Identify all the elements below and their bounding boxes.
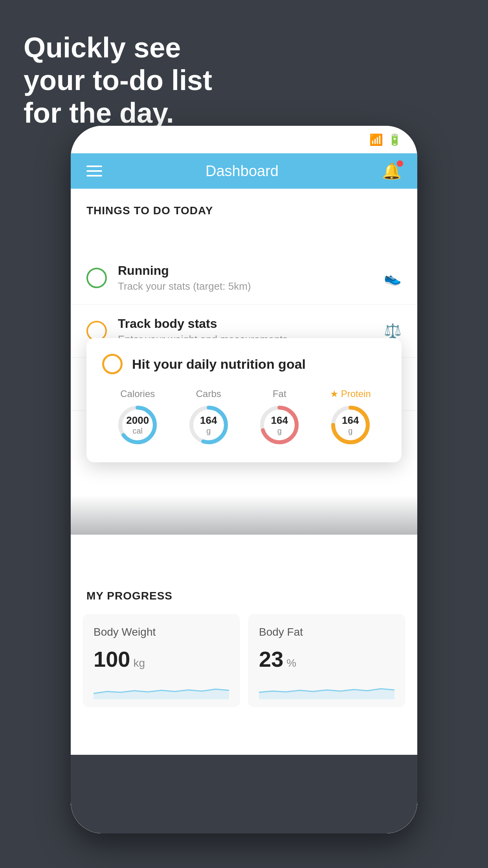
fat-label: Fat	[273, 388, 286, 399]
body-weight-unit: kg	[133, 657, 145, 669]
hero-text: Quickly see your to-do list for the day.	[24, 31, 212, 129]
protein-stat: ★ Protein 164 g	[329, 388, 372, 447]
fat-ring: 164 g	[258, 403, 301, 447]
list-item[interactable]: Running Track your stats (target: 5km) 👟	[71, 252, 417, 305]
app-header: Dashboard 🔔	[71, 153, 417, 189]
bottom-dark-area	[71, 755, 417, 833]
protein-unit: g	[342, 427, 359, 436]
status-time: 9:41	[86, 132, 112, 147]
body-weight-card[interactable]: Body Weight 100 kg	[83, 614, 240, 707]
fat-stat: Fat 164 g	[258, 388, 301, 447]
status-icons: 📶 🔋	[349, 133, 402, 146]
item-subtitle: Track your stats (target: 5km)	[118, 280, 384, 292]
body-fat-value: 23 %	[259, 646, 394, 672]
item-text: Running Track your stats (target: 5km)	[118, 263, 384, 292]
protein-label: ★ Protein	[330, 388, 371, 399]
shadow-overlay	[71, 495, 417, 535]
nutrition-checkbox[interactable]	[102, 354, 123, 374]
protein-value: 164	[342, 414, 359, 427]
body-weight-title: Body Weight	[94, 626, 229, 638]
item-title: Running	[118, 263, 384, 278]
phone-frame: 9:41 📶 🔋 Dashboard 🔔 THINGS TO DO TOD	[71, 126, 417, 833]
body-weight-number: 100	[94, 646, 130, 672]
body-fat-title: Body Fat	[259, 626, 394, 638]
fat-unit: g	[271, 427, 288, 436]
things-to-do-heading: THINGS TO DO TODAY	[71, 189, 417, 225]
wifi-icon: 📶	[369, 133, 383, 146]
calories-label: Calories	[120, 388, 155, 399]
calories-unit: cal	[126, 427, 149, 436]
notification-dot	[397, 160, 403, 167]
nutrition-card: Hit your daily nutrition goal Calories 2…	[86, 338, 402, 462]
item-checkbox[interactable]	[86, 268, 107, 288]
nutrition-card-header: Hit your daily nutrition goal	[102, 354, 386, 374]
carbs-value: 164	[200, 414, 217, 427]
body-fat-chart	[259, 680, 394, 699]
progress-section: MY PROGRESS Body Weight 100 kg	[71, 574, 417, 723]
carbs-unit: g	[200, 427, 217, 436]
battery-icon: 🔋	[388, 133, 402, 146]
calories-ring: 2000 cal	[116, 403, 159, 447]
body-fat-card[interactable]: Body Fat 23 %	[248, 614, 405, 707]
calories-stat: Calories 2000 cal	[116, 388, 159, 447]
body-weight-chart	[94, 680, 229, 699]
fat-value: 164	[271, 414, 288, 427]
shoe-icon: 👟	[384, 270, 402, 286]
nutrition-title: Hit your daily nutrition goal	[132, 357, 306, 372]
protein-ring: 164 g	[329, 403, 372, 447]
carbs-label: Carbs	[196, 388, 221, 399]
header-title: Dashboard	[205, 163, 279, 180]
star-icon: ★	[330, 388, 339, 399]
carbs-ring: 164 g	[187, 403, 230, 447]
progress-cards: Body Weight 100 kg Body Fat	[71, 610, 417, 723]
item-title: Track body stats	[118, 316, 384, 331]
carbs-stat: Carbs 164 g	[187, 388, 230, 447]
scale-icon: ⚖️	[384, 323, 402, 339]
notification-button[interactable]: 🔔	[382, 162, 402, 180]
body-fat-number: 23	[259, 646, 283, 672]
body-fat-unit: %	[286, 657, 296, 669]
body-weight-value: 100 kg	[94, 646, 229, 672]
status-bar: 9:41 📶 🔋	[71, 126, 417, 153]
calories-value: 2000	[126, 414, 149, 427]
progress-heading: MY PROGRESS	[71, 574, 417, 610]
signal-icon	[349, 134, 365, 145]
menu-button[interactable]	[86, 166, 102, 177]
nutrition-stats: Calories 2000 cal Carbs	[102, 388, 386, 447]
